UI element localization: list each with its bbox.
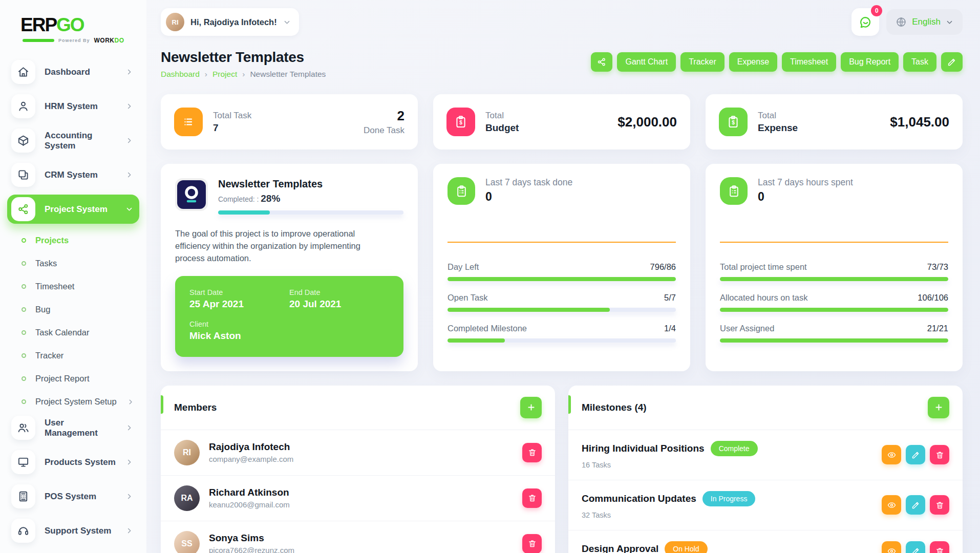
milestones-card: Milestones (4) Hiring Individual Positio… — [568, 386, 963, 553]
pencil-icon — [947, 57, 956, 67]
breadcrumb-project[interactable]: Project — [212, 70, 237, 79]
notification-badge: 0 — [871, 5, 882, 16]
breadcrumb: Dashboard › Project › Newsletter Templat… — [161, 70, 326, 79]
task-button[interactable]: Task — [903, 52, 936, 72]
view-milestone-button[interactable] — [882, 541, 901, 553]
timesheet-button[interactable]: Timesheet — [782, 52, 836, 72]
add-milestone-button[interactable] — [928, 397, 949, 418]
progress-label: Completed Milestone — [448, 324, 527, 333]
page-header: Newsletter Templates Dashboard › Project… — [161, 49, 963, 79]
delete-milestone-button[interactable] — [930, 541, 949, 553]
tracker-button[interactable]: Tracker — [680, 52, 725, 72]
task-done-value: 0 — [485, 190, 572, 204]
member-avatar: SS — [174, 531, 200, 553]
sidebar-subitem-tasks[interactable]: Tasks — [0, 252, 146, 275]
sidebar-item-dashboard[interactable]: Dashboard — [7, 57, 139, 87]
sidebar-item-hrm[interactable]: HRM System — [7, 92, 139, 121]
chevron-down-icon — [283, 18, 291, 26]
delete-member-button[interactable] — [522, 443, 542, 462]
sidebar-item-pos-system[interactable]: POS System — [7, 482, 139, 511]
messages-button[interactable]: 0 — [851, 8, 879, 36]
sidebar-item-label: Dashboard — [45, 67, 116, 77]
sidebar-subitem-timesheet[interactable]: Timesheet — [0, 275, 146, 298]
user-menu[interactable]: RI Hi, Rajodiya Infotech! — [161, 8, 299, 36]
milestones-title: Milestones (4) — [582, 402, 647, 413]
edit-milestone-button[interactable] — [906, 445, 925, 464]
milestone-status-badge: In Progress — [702, 491, 756, 506]
project-progress-fill — [218, 210, 270, 215]
eye-icon — [887, 451, 896, 459]
plus-icon — [934, 402, 944, 412]
trash-icon — [528, 539, 537, 548]
progress-track — [448, 308, 676, 312]
chevron-down-icon — [946, 18, 953, 26]
chevron-right-icon — [125, 493, 133, 500]
app-logo[interactable]: ERPGO Powered By WORKDO — [0, 9, 146, 44]
progress-track — [720, 277, 948, 281]
project-logo-image — [175, 178, 208, 211]
share-button[interactable] — [591, 52, 612, 72]
hours-spent-label: Last 7 days hours spent — [758, 177, 853, 188]
delete-member-button[interactable] — [522, 534, 542, 553]
delete-member-button[interactable] — [522, 488, 542, 508]
delete-milestone-button[interactable] — [930, 445, 949, 464]
section-accent-bar — [161, 395, 163, 414]
delete-milestone-button[interactable] — [930, 495, 949, 515]
trash-icon — [935, 451, 944, 459]
edit-milestone-button[interactable] — [906, 495, 925, 515]
member-name: Rajodiya Infotech — [209, 441, 513, 453]
sidebar-subitem-bug[interactable]: Bug — [0, 298, 146, 321]
plus-icon — [526, 402, 536, 412]
sidebar-item-support-system[interactable]: Support System — [7, 516, 139, 545]
expense-clipboard-icon — [719, 108, 748, 136]
chevron-right-icon — [125, 68, 133, 76]
bullet-icon — [22, 284, 26, 289]
sidebar-subitem-projects[interactable]: Projects — [0, 229, 146, 252]
sidebar-subitem-project-report[interactable]: Project Report — [0, 367, 146, 390]
member-avatar: RI — [174, 440, 200, 465]
sidebar-item-crm[interactable]: CRM System — [7, 160, 139, 189]
sidebar-item-user-management[interactable]: User Management — [7, 413, 139, 442]
expense-button[interactable]: Expense — [729, 52, 777, 72]
layout-icon — [11, 163, 35, 187]
share-network-icon — [11, 197, 35, 221]
progress-fill — [720, 277, 948, 281]
sidebar-subitem-task-calendar[interactable]: Task Calendar — [0, 321, 146, 344]
edit-project-button[interactable] — [941, 52, 963, 72]
globe-icon — [896, 16, 907, 28]
milestone-title: Design Approval — [582, 543, 658, 553]
bullet-icon — [22, 307, 26, 312]
view-milestone-button[interactable] — [882, 445, 901, 464]
total-task-card: Total Task 7 2 Done Task — [161, 94, 418, 150]
edit-milestone-button[interactable] — [906, 541, 925, 553]
subitem-label: Tasks — [35, 259, 57, 268]
members-card: Members RI Rajodiya Infotech company@exa… — [161, 386, 555, 553]
total-budget-card: Total Budget $2,000.00 — [433, 94, 690, 150]
gantt-chart-button[interactable]: Gantt Chart — [617, 52, 676, 72]
language-selector[interactable]: English — [886, 9, 963, 35]
eye-icon — [887, 547, 896, 553]
sidebar-item-accounting[interactable]: Accounting System — [7, 126, 139, 155]
member-avatar: RA — [174, 485, 200, 511]
bug-report-button[interactable]: Bug Report — [841, 52, 899, 72]
trash-icon — [935, 547, 944, 553]
sidebar-subitem-tracker[interactable]: Tracker — [0, 344, 146, 367]
sidebar-item-label: Support System — [45, 526, 116, 536]
breadcrumb-dashboard[interactable]: Dashboard — [161, 70, 200, 79]
add-member-button[interactable] — [520, 397, 542, 418]
section-accent-bar — [568, 395, 571, 414]
view-milestone-button[interactable] — [882, 495, 901, 515]
progress-row-user-assigned: User Assigned 21/21 — [720, 324, 948, 343]
sidebar-item-products-system[interactable]: Products System — [7, 448, 139, 477]
milestone-title: Communication Updates — [582, 493, 696, 504]
budget-label: Budget — [485, 122, 607, 134]
progress-row-allocated-hours: Allocated hours on task 106/106 — [720, 293, 948, 312]
progress-label: Open Task — [448, 293, 488, 303]
bullet-icon — [22, 376, 26, 381]
progress-fill — [720, 338, 948, 343]
pencil-icon — [911, 547, 920, 553]
client-name: Mick Aston — [189, 330, 289, 342]
sidebar-subitem-project-system-setup[interactable]: Project System Setup — [0, 390, 146, 413]
sidebar-item-project-system[interactable]: Project System — [7, 195, 139, 224]
breadcrumb-current: Newsletter Templates — [250, 70, 326, 79]
